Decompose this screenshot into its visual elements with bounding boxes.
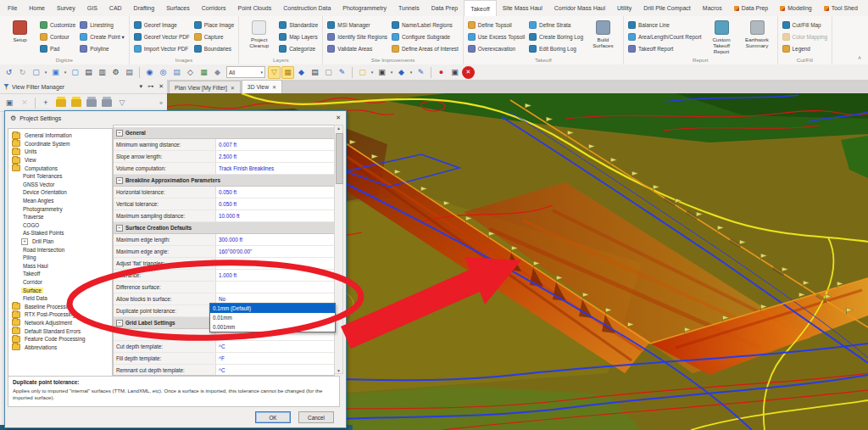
menu-tab-corridors[interactable]: Corridors xyxy=(196,0,232,16)
tree-item-traverse[interactable]: Traverse xyxy=(8,213,112,221)
tree-item-default-standard-errors[interactable]: Default Standard Errors xyxy=(8,327,112,335)
menu-tab-file[interactable]: File xyxy=(2,0,23,16)
capture-button[interactable]: Capture xyxy=(194,31,235,42)
section-header-general[interactable]: −General xyxy=(114,127,334,139)
setting-value[interactable]: 0.007 ft xyxy=(216,139,334,150)
define-topsoil-button[interactable]: Define Topsoil xyxy=(468,20,525,31)
settings-scrollbar[interactable]: ▲ ▼ xyxy=(334,125,343,374)
tree-item-gnss-vector[interactable]: GNSS Vector xyxy=(8,181,112,189)
undo-icon[interactable]: ↺ xyxy=(3,66,15,79)
setting-value[interactable]: 1.000 ft xyxy=(216,270,334,281)
project-cleanup-button[interactable]: Project Cleanup xyxy=(243,19,275,48)
tab-close-icon[interactable]: ✕ xyxy=(272,84,276,90)
project-settings-icon[interactable]: ⚙ xyxy=(109,66,122,79)
setting-value[interactable]: 300.000 ft xyxy=(216,234,334,245)
tree-item-corridor[interactable]: Corridor xyxy=(8,278,112,287)
menu-tab-corridor-mass-haul[interactable]: Corridor Mass Haul xyxy=(548,0,611,16)
tree-item-abbreviations[interactable]: Abbreviations xyxy=(8,343,112,351)
view-filter-icon[interactable]: ▽ xyxy=(268,66,281,79)
save-icon[interactable]: ▥ xyxy=(96,66,108,79)
panel-close-icon[interactable]: ✕ xyxy=(159,83,164,90)
tree-item-general-information[interactable]: General Information xyxy=(8,131,112,140)
pad-button[interactable]: Pad xyxy=(40,43,75,54)
dropdown-option-0-1mm-default[interactable]: 0.1mm (Default) xyxy=(210,304,335,313)
ok-button[interactable]: OK xyxy=(255,411,291,423)
setting-value[interactable] xyxy=(216,282,334,293)
menu-tab-data-prep[interactable]: Data Prep xyxy=(426,0,465,16)
menu-tab-support[interactable]: Support xyxy=(864,0,868,16)
collapse-icon[interactable]: − xyxy=(116,320,123,327)
print-icon[interactable]: ▣ xyxy=(376,66,388,79)
measure-icon[interactable]: ◆ xyxy=(395,66,408,79)
earthwork-summary-button[interactable]: Earthwork Summary xyxy=(742,19,773,48)
report-icon[interactable]: ▤ xyxy=(170,66,183,79)
tree-item-mass-haul[interactable]: Mass Haul xyxy=(8,262,112,271)
setting-value[interactable]: 2.500 ft xyxy=(216,151,334,162)
dialog-close-icon[interactable]: ✕ xyxy=(336,114,341,121)
filter-funnel-icon[interactable]: ▽ xyxy=(115,96,129,109)
doc-tab-3d-view[interactable]: 3D View✕ xyxy=(242,80,282,93)
collapse-icon[interactable]: − xyxy=(116,130,123,137)
open-project-icon[interactable]: ▤ xyxy=(82,66,95,79)
toolbar-overflow-button[interactable]: » xyxy=(159,100,164,106)
validate-areas-button[interactable]: Validate Areas xyxy=(327,43,387,54)
georef-vector-pdf-button[interactable]: Georef Vector PDF xyxy=(134,31,190,42)
sheet-icon[interactable]: ▢ xyxy=(322,66,335,79)
collapse-icon[interactable]: − xyxy=(116,177,123,184)
area-length-count-report-button[interactable]: Area/Length/Count Report xyxy=(628,31,702,42)
scroll-down-icon[interactable]: ▼ xyxy=(337,368,341,373)
panel-pin-icon[interactable]: ⊶ xyxy=(147,83,153,90)
tree-item-mean-angles[interactable]: Mean Angles xyxy=(8,197,112,205)
selection-filter-select[interactable]: All▾ xyxy=(226,66,265,78)
setting-value[interactable]: 0.050 ft xyxy=(216,198,334,209)
menu-tab-modeling[interactable]: Modeling xyxy=(774,0,817,16)
edit-icon[interactable]: ✎ xyxy=(336,66,348,79)
view-3d-icon[interactable]: ◇ xyxy=(184,66,197,79)
menu-tab-surfaces[interactable]: Surfaces xyxy=(160,0,196,16)
menu-tab-takeoff[interactable]: Takeoff xyxy=(464,0,496,16)
tree-item-coordinate-system[interactable]: Coordinate System xyxy=(8,140,112,148)
customize-button[interactable]: Customize xyxy=(40,20,75,31)
categorize-button[interactable]: Categorize xyxy=(279,43,318,54)
polyline-button[interactable]: Polyline xyxy=(80,43,125,54)
screen-capture-icon[interactable]: ▣ xyxy=(448,66,461,79)
redo-icon[interactable]: ↻ xyxy=(16,66,29,79)
tree-item-road-intersection[interactable]: Road Intersection xyxy=(8,245,112,254)
cogo-icon[interactable]: ✎ xyxy=(415,66,427,79)
layers-all-icon[interactable] xyxy=(54,96,68,109)
tree-item-rtx-post-processing[interactable]: RTX Post-Processing xyxy=(8,310,112,319)
tree-item-baseline-processing[interactable]: Baseline Processing xyxy=(8,302,112,310)
edit-boring-log-button[interactable]: Edit Boring Log xyxy=(529,43,583,54)
stop-close-icon[interactable]: ✕ xyxy=(462,66,475,79)
panel-dropdown-icon[interactable]: ▾ xyxy=(140,83,143,90)
legend-button[interactable]: Legend xyxy=(782,43,828,54)
lasso-icon[interactable]: ◆ xyxy=(211,66,224,79)
download-data-icon[interactable]: ◉ xyxy=(143,66,156,79)
setting-value[interactable]: 10.000 ft xyxy=(216,210,334,221)
setting-value[interactable]: ^C xyxy=(216,365,334,376)
sheet-view-icon[interactable]: ▢ xyxy=(356,66,369,79)
tree-item-units[interactable]: Units xyxy=(8,148,112,156)
tree-item-drill-plan[interactable]: +Drill Plan xyxy=(8,237,112,246)
use-excess-topsoil-button[interactable]: Use Excess Topsoil xyxy=(468,31,525,42)
tree-item-surface[interactable]: Surface xyxy=(8,286,112,294)
linestring-button[interactable]: Linestring xyxy=(80,20,125,31)
menu-tab-construction-data[interactable]: Construction Data xyxy=(277,0,337,16)
menu-tab-tool-shed[interactable]: Tool Shed xyxy=(818,0,864,16)
layers-all-new-icon[interactable] xyxy=(70,96,83,109)
configure-subgrade-button[interactable]: Configure Subgrade xyxy=(392,31,459,42)
snap-icon[interactable]: ◆ xyxy=(295,66,308,79)
boundaries-button[interactable]: Boundaries xyxy=(194,43,235,54)
create-point-button[interactable]: Create Point ▾ xyxy=(80,31,125,42)
selection-sets-icon[interactable]: ▦ xyxy=(281,66,294,79)
define-areas-of-interest-button[interactable]: Define Areas of Interest xyxy=(392,43,459,54)
tree-item-photogrammetry[interactable]: Photogrammetry xyxy=(8,204,112,213)
build-surfaces-button[interactable]: Build Surfaces xyxy=(587,19,619,48)
setting-value[interactable]: Yes xyxy=(216,258,334,269)
menu-tab-drafting[interactable]: Drafting xyxy=(128,0,161,16)
tree-item-as-staked-points[interactable]: As-Staked Points xyxy=(8,229,112,237)
contour-button[interactable]: Contour xyxy=(40,31,75,42)
menu-tab-data-prep[interactable]: Data Prep xyxy=(728,0,775,16)
cancel-button[interactable]: Cancel xyxy=(298,411,334,423)
layers-none-icon[interactable] xyxy=(85,96,98,109)
